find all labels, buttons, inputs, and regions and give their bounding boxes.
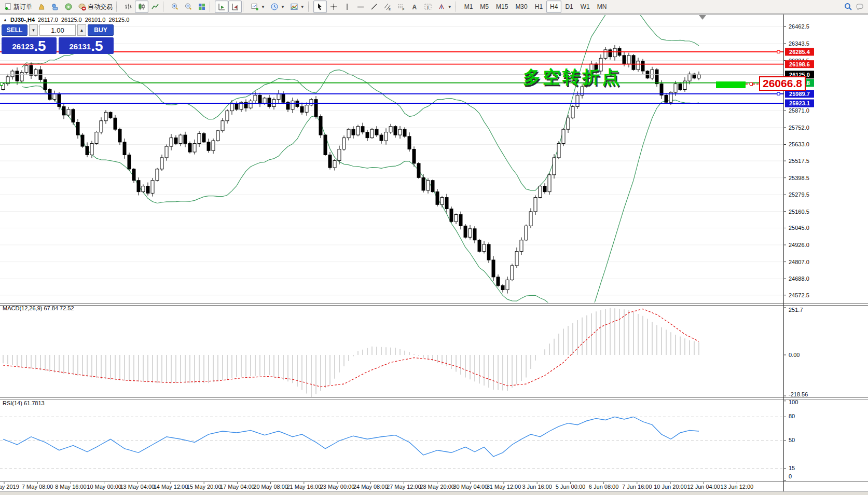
zoom-in-button[interactable] xyxy=(168,1,182,13)
svg-text:21 May 16:00: 21 May 16:00 xyxy=(286,484,321,490)
svg-text:T: T xyxy=(426,5,430,10)
toolbar-right xyxy=(844,3,867,11)
svg-text:20 May 08:00: 20 May 08:00 xyxy=(253,484,288,490)
svg-text:25989.7: 25989.7 xyxy=(789,91,810,97)
svg-text:0: 0 xyxy=(789,473,792,479)
timeframe-M1[interactable]: M1 xyxy=(461,1,477,13)
timeframe-M30[interactable]: M30 xyxy=(512,1,531,13)
dropdown-arrow-icon: ▼ xyxy=(448,5,452,9)
toolbar-separator xyxy=(116,2,120,12)
mt-terminal-window: 26462.526343.526224.525871.025752.025633… xyxy=(0,0,868,495)
toolbar-separator xyxy=(456,2,460,12)
zoom-out-button[interactable] xyxy=(182,1,195,13)
candlestick-chart-icon xyxy=(137,3,146,11)
panel-collapse-icon[interactable]: ▲ xyxy=(3,18,7,22)
dropdown-arrow-icon: ▼ xyxy=(300,5,305,9)
arrows-button[interactable]: ▼ xyxy=(435,1,454,13)
svg-text:13 Jun 12:00: 13 Jun 12:00 xyxy=(721,484,754,490)
volume-increase-button[interactable]: ▲ xyxy=(77,24,86,36)
svg-text:15: 15 xyxy=(789,465,795,471)
chart-shift-button[interactable] xyxy=(228,1,242,13)
chart-canvas[interactable]: 26462.526343.526224.525871.025752.025633… xyxy=(0,0,868,495)
svg-text:100: 100 xyxy=(789,399,798,405)
svg-text:A: A xyxy=(412,4,417,11)
svg-text:7 Jun 16:00: 7 Jun 16:00 xyxy=(622,484,652,490)
svg-text:25752.0: 25752.0 xyxy=(789,125,809,131)
fibonacci-button[interactable]: F xyxy=(394,1,408,13)
symbol-info-bar: ▲ DJ30-,H4 26117.0 26125.0 26101.0 26125… xyxy=(3,17,129,23)
search-icon[interactable] xyxy=(844,3,852,11)
svg-text:26285.4: 26285.4 xyxy=(789,49,810,55)
price-callout-box[interactable]: 26066.8 xyxy=(759,76,806,91)
timeframe-H4[interactable]: H4 xyxy=(546,1,561,13)
svg-text:24 May 08:00: 24 May 08:00 xyxy=(353,484,388,490)
svg-text:0.00: 0.00 xyxy=(789,352,800,358)
svg-text:E: E xyxy=(389,8,391,11)
svg-text:24688.0: 24688.0 xyxy=(789,276,809,282)
svg-text:31 May 12:00: 31 May 12:00 xyxy=(487,484,521,490)
periods-button[interactable]: ▼ xyxy=(268,1,287,13)
new-order-button[interactable]: 新订单 xyxy=(1,1,35,13)
news-button[interactable] xyxy=(62,1,75,13)
svg-text:50: 50 xyxy=(789,437,795,443)
volume-input[interactable]: 1.00 xyxy=(39,24,76,36)
svg-text:25160.5: 25160.5 xyxy=(789,209,809,215)
chart-annotation-text[interactable]: 多空转折点 xyxy=(523,65,622,89)
svg-text:25871.0: 25871.0 xyxy=(789,107,809,114)
svg-text:F: F xyxy=(402,8,404,11)
candlestick-chart-button[interactable] xyxy=(135,1,148,13)
templates-button[interactable]: ▼ xyxy=(287,1,307,13)
timeframe-D1[interactable]: D1 xyxy=(561,1,576,13)
buy-button[interactable]: BUY xyxy=(88,24,114,36)
svg-text:6 May 2019: 6 May 2019 xyxy=(0,484,19,490)
sell-button[interactable]: SELL xyxy=(2,24,27,36)
line-chart-button[interactable] xyxy=(148,1,162,13)
crosshair-button[interactable] xyxy=(327,1,340,13)
svg-text:3 Jun 16:00: 3 Jun 16:00 xyxy=(522,484,552,490)
bar-chart-button[interactable] xyxy=(121,1,135,13)
svg-text:25517.5: 25517.5 xyxy=(789,158,809,164)
timeframe-W1[interactable]: W1 xyxy=(577,1,594,13)
svg-text:26462.5: 26462.5 xyxy=(789,23,809,30)
cursor-button[interactable] xyxy=(313,1,327,13)
timeframe-M15[interactable]: M15 xyxy=(492,1,512,13)
svg-text:25279.5: 25279.5 xyxy=(789,191,809,198)
sell-price-box[interactable]: 26123 .5 xyxy=(2,37,57,54)
text-button[interactable]: A xyxy=(408,1,421,13)
new-chart-button[interactable]: ▼ xyxy=(248,1,268,13)
toolbar-separator xyxy=(308,2,312,12)
chat-icon[interactable] xyxy=(856,3,864,11)
timeframe-MN[interactable]: MN xyxy=(594,1,611,13)
buy-price-box[interactable]: 26131 .5 xyxy=(59,37,114,54)
vertical-line-button[interactable] xyxy=(340,1,354,13)
svg-text:17 May 04:00: 17 May 04:00 xyxy=(220,484,255,490)
timeframe-H1[interactable]: H1 xyxy=(531,1,546,13)
svg-text:28 May 20:00: 28 May 20:00 xyxy=(420,484,454,490)
horizontal-line-button[interactable] xyxy=(354,1,367,13)
svg-text:24926.0: 24926.0 xyxy=(789,242,809,248)
autotrading-button[interactable]: 自动交易 xyxy=(75,1,115,13)
zoom-in-icon xyxy=(171,3,179,11)
svg-text:24807.0: 24807.0 xyxy=(789,259,809,265)
dropdown-arrow-icon: ▼ xyxy=(281,5,285,9)
svg-text:13 May 04:00: 13 May 04:00 xyxy=(120,484,155,490)
toolbar-separator xyxy=(163,2,167,12)
text-label-button[interactable]: T xyxy=(421,1,435,13)
dropdown-arrow-icon: ▼ xyxy=(261,5,265,9)
timeframe-M5[interactable]: M5 xyxy=(476,1,492,13)
volume-decrease-button[interactable]: ▼ xyxy=(29,24,38,36)
svg-text:26343.5: 26343.5 xyxy=(789,40,809,47)
buy-price-pips: .5 xyxy=(91,39,103,53)
text-icon: A xyxy=(410,3,419,11)
cursor-icon xyxy=(316,3,324,11)
tile-windows-button[interactable] xyxy=(195,1,209,13)
auto-scroll-button[interactable] xyxy=(215,1,228,13)
trendline-button[interactable] xyxy=(367,1,381,13)
ohlc-low: 26101.0 xyxy=(85,17,106,23)
svg-text:25398.5: 25398.5 xyxy=(789,175,809,181)
metaeditor-button[interactable] xyxy=(35,1,48,13)
crosshair-icon xyxy=(329,3,338,11)
equidistant-channel-button[interactable]: E xyxy=(381,1,394,13)
terminal-button[interactable] xyxy=(48,1,62,13)
svg-text:12 Jun 04:00: 12 Jun 04:00 xyxy=(687,484,720,490)
